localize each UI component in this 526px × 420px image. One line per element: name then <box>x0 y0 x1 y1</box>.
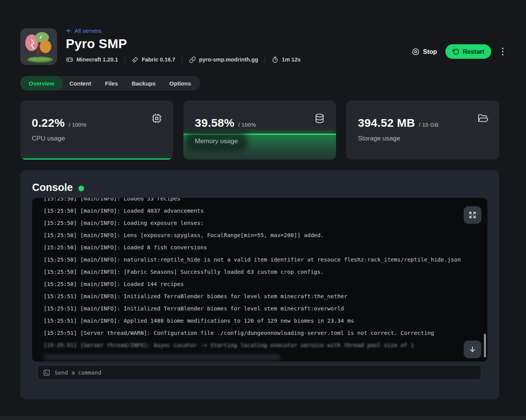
server-meta-row: Minecraft 1.20.1 Fabric 0.16.7 pyro-smp.… <box>66 56 412 63</box>
kebab-dot <box>502 51 503 52</box>
storage-usage-value: 394.52 MB <box>358 116 415 129</box>
cpu-icon <box>151 113 162 126</box>
command-input[interactable] <box>55 370 476 376</box>
tab-overview[interactable]: Overview <box>20 76 63 90</box>
console-line: [15:25:51] [main/INFO]: Initialized Terr… <box>44 302 472 315</box>
memory-usage-max: / 100% <box>238 121 256 128</box>
console-expand-button[interactable] <box>464 206 481 224</box>
tab-files[interactable]: Files <box>98 78 125 89</box>
cpu-usage-max: / 100% <box>69 121 87 128</box>
kebab-dot <box>502 48 503 49</box>
memory-usage-value: 39.58% <box>195 116 235 129</box>
gamepad-icon <box>66 56 73 63</box>
server-avatar-art <box>20 28 57 65</box>
stop-circle-icon <box>412 48 420 56</box>
meta-divider <box>182 57 182 63</box>
memory-usage-label: Memory usage <box>189 135 244 148</box>
storage-usage-label: Storage usage <box>358 135 400 142</box>
console-viewport[interactable]: [15:25:50] [main/INFO]: Loaded 33 recipe… <box>32 198 487 362</box>
meta-loader: Fabric 0.16.7 <box>132 56 175 63</box>
console-line: [15:25:51] [main/INFO]: Initialized Terr… <box>44 290 472 302</box>
memory-usage-value-row: 39.58% / 100% <box>195 116 256 129</box>
storage-usage-max: / 15 GB <box>419 121 439 128</box>
footer-band <box>0 416 526 420</box>
cpu-usage-label: CPU usage <box>32 135 65 142</box>
console-line: [15:25:50] [main/INFO]: Loaded 8 fish co… <box>44 241 472 254</box>
console-scrollbar-thumb[interactable] <box>484 334 486 357</box>
command-input-row <box>37 365 481 380</box>
meta-server-address[interactable]: pyro-smp.modrinth.gg <box>189 56 258 63</box>
tab-options[interactable]: Options <box>162 78 198 89</box>
restart-icon <box>452 48 459 55</box>
console-line: [15:25:51] [Server thread/INFO]: Async L… <box>44 339 472 351</box>
meta-divider <box>125 57 125 63</box>
memory-usage-card: 39.58% / 100% Memory usage <box>183 100 336 160</box>
arrow-down-icon <box>468 345 477 354</box>
console-title: Console <box>32 182 73 194</box>
folder-open-icon <box>477 113 489 126</box>
stop-button[interactable]: Stop <box>412 48 437 56</box>
meta-game-version-label: Minecraft 1.20.1 <box>76 57 118 63</box>
server-avatar <box>20 28 57 65</box>
console-line: [15:25:50] [main/INFO]: Loaded 144 recip… <box>44 278 472 290</box>
page-title: Pyro SMP <box>66 36 412 51</box>
cpu-usage-value-row: 0.22% / 100% <box>32 116 86 129</box>
console-line <box>44 351 472 362</box>
meta-uptime: 1m 12s <box>271 56 300 63</box>
console-line: [15:25:50] [main/INFO]: naturalist:repti… <box>44 254 472 266</box>
server-tabbar: Overview Content Files Backups Options <box>20 76 200 90</box>
back-arrow-icon <box>66 27 72 34</box>
more-options-button[interactable] <box>500 45 506 58</box>
meta-loader-label: Fabric 0.16.7 <box>142 57 175 63</box>
back-link-label: All servers <box>75 27 101 34</box>
cpu-usage-value: 0.22% <box>32 116 65 129</box>
console-line: [15:25:50] [main/INFO]: Loaded 4037 adva… <box>44 205 472 217</box>
console-line: [15:25:50] [main/INFO]: Lens [exposure:s… <box>44 229 472 241</box>
tab-content[interactable]: Content <box>63 78 98 89</box>
storage-usage-value-row: 394.52 MB / 15 GB <box>358 116 438 129</box>
console-header: Console <box>32 182 84 194</box>
console-line: [15:25:51] [Server thread/WARN]: Configu… <box>44 327 472 339</box>
cpu-usage-card: 0.22% / 100% CPU usage <box>20 100 173 160</box>
console-line: [15:25:50] [main/INFO]: Loading exposure… <box>44 217 472 229</box>
meta-divider <box>265 57 265 63</box>
restart-button-label: Restart <box>463 48 484 55</box>
tab-backups[interactable]: Backups <box>125 78 163 89</box>
meta-uptime-label: 1m 12s <box>282 57 300 63</box>
console-line: [15:25:51] [main/INFO]: Applied 1488 bio… <box>44 315 472 327</box>
stop-button-label: Stop <box>423 48 437 55</box>
server-header: All servers Pyro SMP Minecraft 1.20.1 Fa… <box>20 28 506 65</box>
storage-usage-card: 394.52 MB / 15 GB Storage usage <box>346 100 499 160</box>
server-heading: All servers Pyro SMP Minecraft 1.20.1 Fa… <box>66 28 412 65</box>
console-card: Console [15:25:50] [main/INFO]: Loaded 3… <box>20 170 499 399</box>
expand-icon <box>468 211 477 219</box>
back-to-all-servers-link[interactable]: All servers <box>66 27 101 34</box>
timer-icon <box>271 56 279 63</box>
server-overview-page: All servers Pyro SMP Minecraft 1.20.1 Fa… <box>0 0 526 420</box>
console-scroll-bottom-button[interactable] <box>464 341 481 358</box>
restart-button[interactable]: Restart <box>445 44 491 59</box>
console-log: [15:25:50] [main/INFO]: Loaded 33 recipe… <box>44 198 472 362</box>
server-actions: Stop Restart <box>412 38 506 65</box>
meta-game-version: Minecraft 1.20.1 <box>66 56 118 63</box>
meta-server-address-label: pyro-smp.modrinth.gg <box>199 57 258 63</box>
console-status-dot <box>78 186 84 191</box>
link-icon <box>189 56 196 63</box>
kebab-dot <box>502 54 503 55</box>
stats-row: 0.22% / 100% CPU usage 39.58% / 100% Mem… <box>20 100 499 160</box>
terminal-icon <box>43 369 50 376</box>
database-icon <box>314 113 325 126</box>
console-line: [15:25:50] [main/INFO]: Loaded 33 recipe… <box>44 198 472 205</box>
fabric-loader-icon <box>132 56 139 63</box>
cpu-usage-graph <box>20 158 173 160</box>
console-line: [15:25:50] [main/INFO]: [Fabric Seasons]… <box>44 266 472 278</box>
